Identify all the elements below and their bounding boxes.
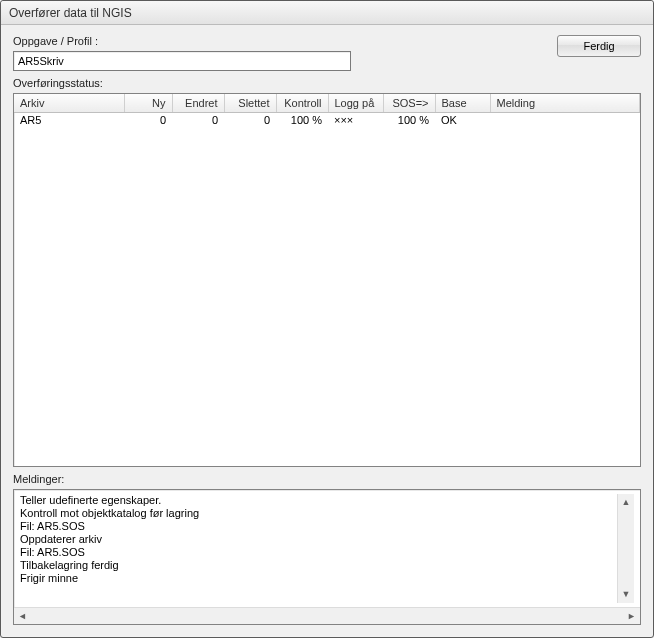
messages-box: Teller udefinerte egenskaper. Kontroll m… bbox=[13, 489, 641, 625]
window-title: Overfører data til NGIS bbox=[9, 6, 132, 20]
cell-sos: 100 % bbox=[383, 112, 435, 127]
status-section: Overføringsstatus: Arkiv Ny Endret Slett… bbox=[13, 77, 641, 467]
profile-input[interactable] bbox=[13, 51, 351, 71]
scroll-right-icon[interactable]: ► bbox=[623, 608, 640, 624]
col-sos[interactable]: SOS=> bbox=[383, 94, 435, 112]
scroll-left-icon[interactable]: ◄ bbox=[14, 608, 31, 624]
cell-kontroll: 100 % bbox=[276, 112, 328, 127]
client-area: Oppgave / Profil : Ferdig Overføringssta… bbox=[1, 25, 653, 637]
col-kontroll[interactable]: Kontroll bbox=[276, 94, 328, 112]
table-row[interactable]: AR5 0 0 0 100 % ××× 100 % OK bbox=[14, 112, 640, 127]
cell-ny: 0 bbox=[124, 112, 172, 127]
scroll-down-icon[interactable]: ▼ bbox=[618, 586, 634, 603]
message-line: Tilbakelagring ferdig bbox=[20, 559, 617, 572]
message-line: Oppdaterer arkiv bbox=[20, 533, 617, 546]
messages-lines[interactable]: Teller udefinerte egenskaper. Kontroll m… bbox=[20, 494, 617, 603]
vertical-scrollbar[interactable]: ▲ ▼ bbox=[617, 494, 634, 603]
scroll-up-icon[interactable]: ▲ bbox=[618, 494, 634, 511]
cell-melding bbox=[490, 112, 640, 127]
profile-section: Oppgave / Profil : bbox=[13, 35, 351, 71]
titlebar[interactable]: Overfører data til NGIS bbox=[1, 1, 653, 25]
message-line: Fil: AR5.SOS bbox=[20, 520, 617, 533]
message-line: Fil: AR5.SOS bbox=[20, 546, 617, 559]
col-ny[interactable]: Ny bbox=[124, 94, 172, 112]
ferdig-button[interactable]: Ferdig bbox=[557, 35, 641, 57]
status-table: Arkiv Ny Endret Slettet Kontroll Logg på… bbox=[14, 94, 640, 127]
message-line: Kontroll mot objektkatalog før lagring bbox=[20, 507, 617, 520]
status-label: Overføringsstatus: bbox=[13, 77, 641, 89]
cell-slettet: 0 bbox=[224, 112, 276, 127]
col-slettet[interactable]: Slettet bbox=[224, 94, 276, 112]
messages-section: Meldinger: Teller udefinerte egenskaper.… bbox=[13, 473, 641, 625]
col-base[interactable]: Base bbox=[435, 94, 490, 112]
messages-content: Teller udefinerte egenskaper. Kontroll m… bbox=[14, 490, 640, 607]
col-arkiv[interactable]: Arkiv bbox=[14, 94, 124, 112]
cell-endret: 0 bbox=[172, 112, 224, 127]
top-row: Oppgave / Profil : Ferdig bbox=[13, 35, 641, 71]
dialog-window: Overfører data til NGIS Oppgave / Profil… bbox=[0, 0, 654, 638]
horizontal-scrollbar[interactable]: ◄ ► bbox=[14, 607, 640, 624]
message-line: Frigir minne bbox=[20, 572, 617, 585]
profile-label: Oppgave / Profil : bbox=[13, 35, 351, 47]
table-header-row: Arkiv Ny Endret Slettet Kontroll Logg på… bbox=[14, 94, 640, 112]
cell-logg-pa: ××× bbox=[328, 112, 383, 127]
col-logg-pa[interactable]: Logg på bbox=[328, 94, 383, 112]
messages-label: Meldinger: bbox=[13, 473, 641, 485]
cell-arkiv: AR5 bbox=[14, 112, 124, 127]
message-line: Teller udefinerte egenskaper. bbox=[20, 494, 617, 507]
status-table-container: Arkiv Ny Endret Slettet Kontroll Logg på… bbox=[13, 93, 641, 467]
col-melding[interactable]: Melding bbox=[490, 94, 640, 112]
cell-base: OK bbox=[435, 112, 490, 127]
col-endret[interactable]: Endret bbox=[172, 94, 224, 112]
